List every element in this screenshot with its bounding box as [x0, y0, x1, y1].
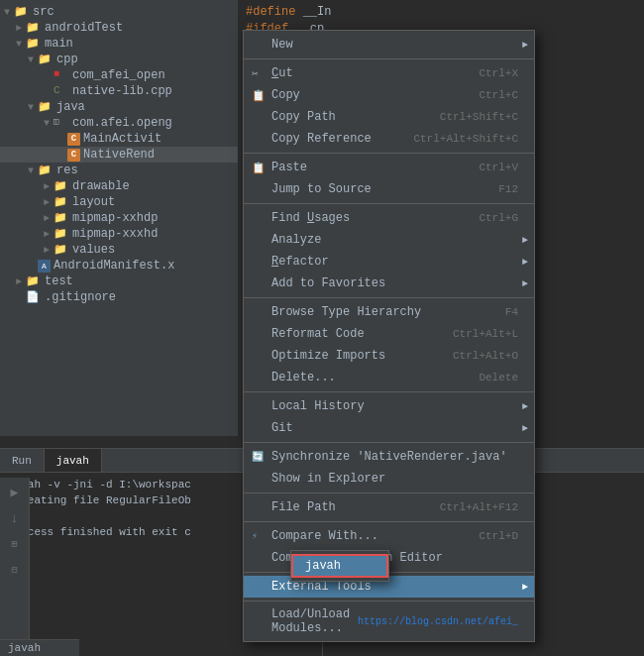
tree-item-nativerenderer[interactable]: C NativeRend	[0, 147, 238, 163]
menu-label-synchronize: Synchronize 'NativeRenderer.java'	[271, 450, 507, 464]
menu-item-copy-path[interactable]: Copy Path Ctrl+Shift+C	[244, 106, 534, 128]
menu-label-git: Git	[271, 421, 293, 435]
arrow-layout: ►	[44, 197, 54, 208]
menu-label-optimize-imports: Optimize Imports	[271, 349, 385, 363]
menu-shortcut-delete: Delete	[479, 372, 518, 383]
menu-item-show-in-explorer[interactable]: Show in Explorer	[244, 468, 534, 490]
tree-item-com-afei-openg[interactable]: ▼ ◫ com.afei.openg	[0, 115, 238, 131]
file-icon-native-lib: C	[54, 84, 69, 98]
unwrap-icon[interactable]: ⊟	[4, 559, 26, 581]
down-icon[interactable]: ↓	[4, 507, 26, 529]
tree-item-layout[interactable]: ► 📁 layout	[0, 194, 238, 210]
compare-icon: ⚡	[252, 530, 258, 542]
menu-label-external-tools: External Tools	[271, 580, 372, 594]
tree-item-com-afei[interactable]: ■ com_afei_open	[0, 67, 238, 83]
menu-shortcut-file-path: Ctrl+Alt+F12	[440, 501, 518, 513]
menu-label-file-path: File Path	[271, 500, 336, 514]
folder-icon-main: 📁	[26, 37, 42, 51]
menu-shortcut-paste: Ctrl+V	[479, 162, 518, 173]
paste-icon: 📋	[252, 162, 266, 174]
tree-item-java[interactable]: ▼ 📁 java	[0, 99, 238, 115]
terminal-tab-javah[interactable]: javah	[45, 449, 102, 472]
tree-label-native-lib: native-lib.cpp	[72, 84, 172, 98]
menu-label-copy: Copy	[271, 88, 300, 102]
tree-item-src[interactable]: ▼ 📁 src	[0, 4, 238, 20]
menu-item-local-history[interactable]: Local History ►	[244, 395, 534, 417]
tree-item-gitignore[interactable]: 📄 .gitignore	[0, 289, 238, 305]
tree-label-layout: layout	[72, 195, 115, 209]
menu-item-copy[interactable]: 📋 Copy Ctrl+C	[244, 84, 534, 106]
submenu-item-javah[interactable]: javah	[291, 554, 388, 578]
cut-icon: ✂	[252, 67, 259, 80]
menu-item-analyze[interactable]: Analyze ►	[244, 229, 534, 251]
submenu-arrow-git: ►	[522, 423, 528, 434]
menu-item-new[interactable]: New ►	[244, 34, 534, 55]
menu-shortcut-copy: Ctrl+C	[479, 89, 518, 101]
menu-item-browse-type-hierarchy[interactable]: Browse Type Hierarchy F4	[244, 301, 534, 323]
menu-label-local-history: Local History	[271, 399, 365, 413]
menu-item-copy-reference[interactable]: Copy Reference Ctrl+Alt+Shift+C	[244, 128, 534, 150]
menu-label-analyze: Analyze	[271, 233, 321, 247]
menu-item-delete[interactable]: Delete... Delete	[244, 367, 534, 388]
tree-item-native-lib[interactable]: C native-lib.cpp	[0, 83, 238, 99]
tree-item-res[interactable]: ▼ 📁 res	[0, 163, 238, 178]
arrow-src: ▼	[4, 7, 14, 18]
terminal-tab-javah-label: javah	[56, 455, 89, 467]
separator-4	[244, 297, 534, 298]
run-icon[interactable]: ▶	[4, 482, 26, 503]
tree-item-drawable[interactable]: ► 📁 drawable	[0, 178, 238, 194]
arrow-androidtest: ►	[16, 23, 26, 34]
tree-item-androidmanifest[interactable]: A AndroidManifest.x	[0, 258, 238, 273]
tree-item-values[interactable]: ► 📁 values	[0, 242, 238, 258]
tree-item-androidtest[interactable]: ► 📁 androidTest	[0, 20, 238, 36]
menu-label-paste: Paste	[271, 161, 307, 174]
menu-label-add-to-favorites: Add to Favorites	[271, 276, 385, 290]
folder-icon-mipmap-xxxhd: 📁	[54, 227, 69, 241]
menu-item-optimize-imports[interactable]: Optimize Imports Ctrl+Alt+O	[244, 345, 534, 367]
menu-shortcut-find-usages: Ctrl+G	[479, 212, 518, 224]
tree-label-com-afei-openg: com.afei.openg	[72, 116, 172, 130]
submenu-label-javah: javah	[305, 559, 341, 573]
menu-shortcut-jump-to-source: F12	[498, 183, 518, 195]
tree-item-test[interactable]: ► 📁 test	[0, 273, 238, 289]
submenu-arrow-local-history: ►	[522, 401, 528, 412]
menu-label-compare-with: Compare With...	[271, 529, 378, 543]
menu-item-jump-to-source[interactable]: Jump to Source F12	[244, 178, 534, 200]
menu-item-file-path[interactable]: File Path Ctrl+Alt+F12	[244, 496, 534, 518]
file-icon-androidmanifest: A	[38, 260, 51, 273]
tree-item-mipmap-xxxhd[interactable]: ► 📁 mipmap-xxxhd	[0, 226, 238, 242]
folder-icon-androidtest: 📁	[26, 21, 42, 35]
file-icon-mainactivity: C	[67, 133, 80, 146]
menu-item-paste[interactable]: 📋 Paste Ctrl+V	[244, 157, 534, 178]
menu-label-refactor: Refactor	[271, 255, 329, 269]
folder-icon-mipmap-xxhdp: 📁	[54, 211, 69, 225]
menu-item-git[interactable]: Git ►	[244, 417, 534, 439]
folder-icon-layout: 📁	[54, 195, 69, 209]
menu-label-copy-path: Copy Path	[271, 110, 336, 124]
menu-item-synchronize[interactable]: 🔄 Synchronize 'NativeRenderer.java'	[244, 446, 534, 468]
menu-item-load-unload-modules[interactable]: Load/Unload Modules... https://blog.csdn…	[244, 604, 534, 638]
tree-item-mipmap-xxhdp[interactable]: ► 📁 mipmap-xxhdp	[0, 210, 238, 226]
menu-item-refactor[interactable]: Refactor ►	[244, 251, 534, 273]
tree-item-mainactivity[interactable]: C MainActivit	[0, 131, 238, 147]
folder-icon-src: 📁	[14, 5, 30, 19]
tree-item-cpp[interactable]: ▼ 📁 cpp	[0, 52, 238, 67]
menu-label-new: New	[271, 38, 293, 52]
tree-item-main[interactable]: ▼ 📁 main	[0, 36, 238, 52]
arrow-mipmap-xxxhd: ►	[44, 229, 54, 240]
separator-6	[244, 442, 534, 443]
file-icon-gitignore: 📄	[26, 290, 42, 304]
menu-item-reformat-code[interactable]: Reformat Code Ctrl+Alt+L	[244, 323, 534, 345]
bottom-javah-tab[interactable]: javah	[0, 639, 79, 656]
folder-icon-values: 📁	[54, 243, 69, 257]
tree-label-nativerenderer: NativeRend	[83, 148, 155, 162]
menu-item-cut[interactable]: ✂ Cut Ctrl+X	[244, 62, 534, 84]
terminal-tab-run[interactable]: Run	[0, 449, 45, 472]
tree-label-androidmanifest: AndroidManifest.x	[54, 259, 174, 273]
menu-item-compare-with[interactable]: ⚡ Compare With... Ctrl+D	[244, 525, 534, 547]
menu-item-add-to-favorites[interactable]: Add to Favorites ►	[244, 273, 534, 294]
submenu-arrow-external-tools: ►	[522, 582, 528, 593]
menu-item-find-usages[interactable]: Find Usages Ctrl+G	[244, 207, 534, 229]
wrap-icon[interactable]: ⊞	[4, 533, 26, 555]
tree-label-androidtest: androidTest	[45, 21, 123, 35]
